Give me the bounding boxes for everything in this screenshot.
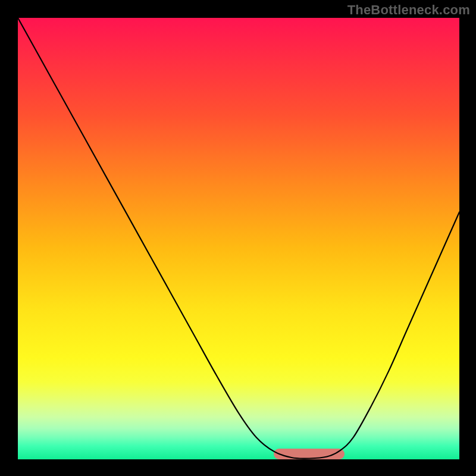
chart-frame: TheBottleneck.com [0,0,476,476]
plot-area [18,18,459,459]
bottleneck-curve [18,18,459,459]
curve-path [18,18,459,459]
watermark-text: TheBottleneck.com [347,2,470,18]
